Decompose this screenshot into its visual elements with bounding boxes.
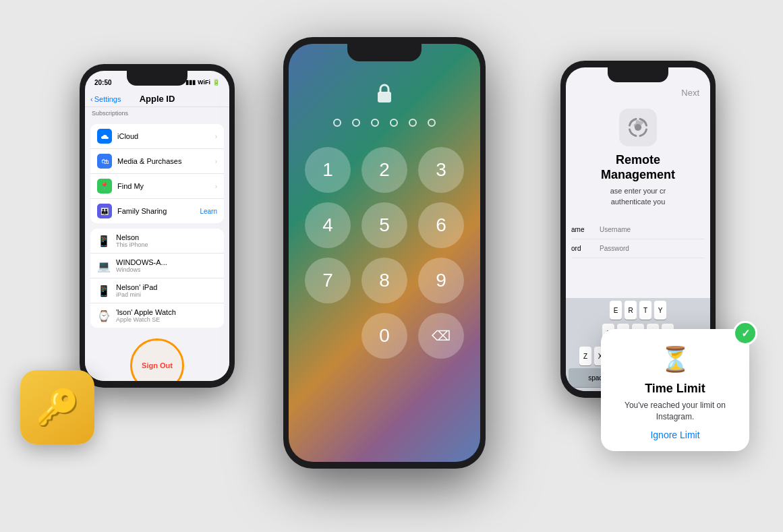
numpad: 1 2 3 4 5 6 7 8 9 0 ⌫	[289, 147, 480, 359]
key-9[interactable]: 9	[418, 258, 464, 303]
username-input[interactable]	[596, 226, 705, 233]
phone-left: 20:50 ▮▮▮ WiFi 🔋 ‹ Settings Apple ID Sub…	[80, 64, 235, 388]
remote-subtitle: ase enter your crauthenticate you	[577, 186, 699, 207]
device-item-watch[interactable]: ⌚ 'lson' Apple Watch Apple Watch SE	[90, 303, 224, 328]
chevron-left-icon: ‹	[90, 95, 93, 103]
hourglass-icon: ⏳	[658, 343, 692, 376]
key-empty	[305, 313, 351, 359]
battery-icon: 🔋	[212, 79, 220, 86]
time-limit-card: ✓ ⏳ Time Limit You've reached your limit…	[601, 329, 749, 451]
key-1[interactable]: 1	[305, 147, 351, 193]
password-label: ord	[571, 245, 596, 252]
numpad-row-2: 4 5 6	[305, 202, 464, 248]
key-delete[interactable]: ⌫	[418, 313, 464, 359]
device-type-nelson: This iPhone	[116, 241, 217, 248]
device-name-nelson: Nelson	[116, 233, 217, 241]
remote-management-title: Remote Management	[577, 153, 699, 182]
key-y[interactable]: Y	[654, 301, 666, 320]
device-item-windows[interactable]: 💻 WINDOWS-A... Windows	[90, 254, 224, 278]
pin-dot-2	[352, 119, 360, 127]
key-3[interactable]: 3	[418, 147, 464, 193]
subscriptions-label: Subscriptions	[85, 107, 229, 119]
time-limit-title: Time Limit	[612, 382, 738, 396]
key-icon: 🔑	[36, 387, 80, 428]
key-e[interactable]: E	[610, 301, 622, 320]
remote-title-line1: Remote	[616, 153, 660, 167]
scene: 20:50 ▮▮▮ WiFi 🔋 ‹ Settings Apple ID Sub…	[0, 0, 783, 532]
family-label: Family Sharing	[117, 207, 200, 215]
phone-center: 1 2 3 4 5 6 7 8 9 0 ⌫	[283, 37, 486, 469]
key-r[interactable]: R	[625, 301, 637, 320]
back-button[interactable]: ‹ Settings	[90, 95, 121, 103]
device-type-windows: Windows	[116, 266, 217, 273]
key-z[interactable]: Z	[579, 347, 591, 365]
lock-icon	[289, 81, 480, 105]
numpad-row-4: 0 ⌫	[305, 313, 464, 359]
sign-out-button[interactable]: Sign Out	[130, 338, 184, 381]
password-input[interactable]	[596, 245, 705, 252]
device-info-ipad: Nelson' iPad iPad mini	[116, 283, 217, 298]
settings-item-icloud[interactable]: iCloud ›	[90, 124, 224, 149]
keyboard-row-1: E R T Y	[566, 298, 710, 321]
device-type-watch: Apple Watch SE	[116, 316, 217, 323]
device-type-ipad: iPad mini	[116, 291, 217, 298]
key-4[interactable]: 4	[305, 202, 351, 248]
settings-gear-icon	[619, 109, 657, 146]
numpad-row-1: 1 2 3	[305, 147, 464, 193]
remote-fields: ame ord	[566, 220, 710, 258]
media-label: Media & Purchases	[117, 157, 212, 165]
family-icon: 👪	[97, 204, 112, 218]
notch-left	[127, 71, 187, 86]
remote-title-line2: Management	[601, 168, 675, 181]
time-left: 20:50	[94, 79, 112, 86]
pin-dot-3	[371, 119, 379, 127]
pin-dot-1	[333, 119, 341, 127]
key-5[interactable]: 5	[361, 202, 407, 248]
wifi-icon: WiFi	[198, 79, 210, 86]
device-section: 📱 Nelson This iPhone 💻 WINDOWS-A... Wind…	[85, 229, 229, 328]
settings-item-media[interactable]: 🛍 Media & Purchases ›	[90, 149, 224, 174]
app-icon: 🔑	[20, 370, 94, 444]
media-chevron: ›	[215, 158, 217, 165]
pin-dot-5	[409, 119, 417, 127]
notch-right	[608, 67, 668, 82]
icloud-icon	[97, 129, 112, 144]
device-info-windows: WINDOWS-A... Windows	[116, 258, 217, 273]
svg-rect-0	[378, 92, 391, 102]
device-item-nelson[interactable]: 📱 Nelson This iPhone	[90, 229, 224, 254]
pin-dots	[289, 119, 480, 127]
ipad-icon: 📱	[97, 283, 111, 299]
username-field-row: ame	[571, 220, 705, 239]
username-label: ame	[571, 226, 596, 233]
icloud-label: iCloud	[117, 132, 212, 140]
notch-center	[347, 44, 422, 61]
next-button[interactable]: Next	[681, 88, 699, 98]
settings-section-main: iCloud › 🛍 Media & Purchases › 📍	[90, 124, 224, 223]
findmy-label: Find My	[117, 182, 212, 190]
device-item-ipad[interactable]: 📱 Nelson' iPad iPad mini	[90, 278, 224, 303]
device-name-watch: 'lson' Apple Watch	[116, 308, 217, 316]
settings-item-findmy[interactable]: 📍 Find My ›	[90, 174, 224, 199]
apple-id-title: Apple ID	[140, 94, 175, 104]
icloud-chevron: ›	[215, 133, 217, 140]
back-label: Settings	[94, 95, 121, 103]
password-field-row: ord	[571, 239, 705, 258]
key-6[interactable]: 6	[418, 202, 464, 248]
key-8[interactable]: 8	[361, 258, 407, 303]
ignore-limit-button[interactable]: Ignore Limit	[612, 430, 738, 440]
settings-list: Subscriptions iCloud › 🛍 Media & Purcha	[85, 107, 229, 381]
pin-dot-6	[428, 119, 436, 127]
findmy-icon: 📍	[97, 179, 112, 194]
phone-left-screen: 20:50 ▮▮▮ WiFi 🔋 ‹ Settings Apple ID Sub…	[85, 71, 229, 381]
nav-bar-left: ‹ Settings Apple ID	[85, 91, 229, 107]
family-learn-link[interactable]: Learn	[200, 208, 217, 215]
sign-out-container: Sign Out	[85, 328, 229, 381]
key-2[interactable]: 2	[361, 147, 407, 193]
status-icons-left: ▮▮▮ WiFi 🔋	[185, 79, 220, 86]
findmy-chevron: ›	[215, 183, 217, 190]
key-7[interactable]: 7	[305, 258, 351, 303]
key-0[interactable]: 0	[361, 313, 407, 359]
remote-content: Remote Management ase enter your crauthe…	[566, 103, 710, 212]
settings-item-family[interactable]: 👪 Family Sharing Learn	[90, 199, 224, 223]
key-t[interactable]: T	[639, 301, 651, 320]
